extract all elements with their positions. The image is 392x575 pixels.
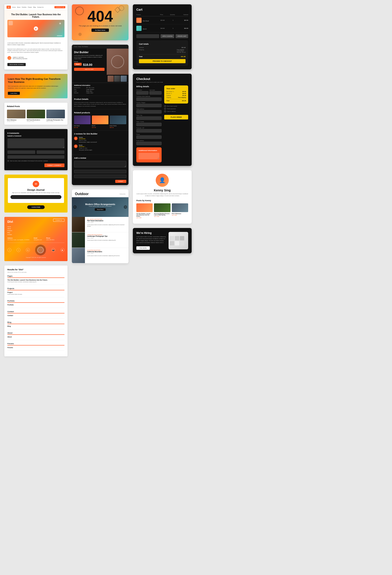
- add-to-cart-button[interactable]: ADD TO CART: [74, 68, 105, 71]
- nav-about[interactable]: About: [17, 6, 21, 8]
- social-icon-1[interactable]: f: [7, 248, 11, 252]
- nav-contact[interactable]: Contact Us: [37, 6, 44, 8]
- nav-blog[interactable]: Blog: [33, 6, 36, 8]
- search-result-title[interactable]: Contact: [7, 315, 65, 316]
- comment-textarea[interactable]: [7, 138, 65, 148]
- footer-link-home[interactable]: Home: [7, 226, 65, 227]
- outdoor-post-info-3: CALIFORNIA MOUNTAINS California Mountain…: [85, 248, 122, 263]
- search-result-item: The Divi Builder. Launch Your Business I…: [7, 279, 65, 285]
- comment-name-input[interactable]: [7, 150, 35, 154]
- nav-contact-btn[interactable]: CONTACT US: [54, 6, 65, 8]
- social-icon-2[interactable]: t: [17, 248, 21, 252]
- footer-link-blog[interactable]: Blog: [7, 232, 65, 233]
- social-icon-4[interactable]: 📷: [51, 248, 55, 252]
- shipping-option-3[interactable]: Flat rate: $10.00: [177, 52, 186, 53]
- search-result-title[interactable]: Forums: [7, 347, 65, 348]
- product-thumb-2[interactable]: [114, 76, 120, 82]
- search-result-title[interactable]: Blog: [7, 325, 65, 327]
- related-title-2[interactable]: Fall Travel Destinations: [27, 119, 45, 120]
- payment-radio-3[interactable]: [164, 111, 166, 112]
- author-post-1[interactable]: The Divi Builder. Launch Your Business I…: [136, 203, 153, 218]
- footer-link-contact[interactable]: Contact: [7, 234, 65, 235]
- payment-radio-1[interactable]: [164, 105, 166, 107]
- related-product-1[interactable]: Divi Cloud $24.99: [74, 116, 91, 128]
- search-result-title[interactable]: About: [7, 336, 65, 338]
- social-icon-5[interactable]: ▶: [61, 248, 65, 252]
- cart-item-subtotal-1: $24.99: [179, 20, 188, 21]
- detail-label-material: Material: [74, 92, 85, 94]
- search-section-forums: Forums Forums: [7, 343, 65, 351]
- coupon-input[interactable]: [136, 34, 159, 38]
- breadcrumb-text: Home / Shop / Divi Builder: [74, 46, 88, 47]
- author-row: JAMES H. WATSON SEO & Marketing Speciali…: [4, 54, 67, 62]
- country-input[interactable]: [136, 104, 162, 107]
- hiring-find-more-button[interactable]: FIND MORE: [136, 246, 150, 250]
- play-button[interactable]: ▶: [34, 26, 38, 31]
- apply-coupon-button[interactable]: APPLY COUPON: [160, 34, 174, 38]
- author-post-2[interactable]: Stunning Wedding Dresses Lace in 2022 Sp…: [154, 203, 170, 218]
- nav-portfolio[interactable]: Portfolio: [22, 6, 26, 8]
- address-input[interactable]: [136, 110, 162, 114]
- update-cart-button[interactable]: UPDATE CART: [175, 34, 188, 38]
- product-thumb-1[interactable]: [108, 76, 114, 82]
- outdoor-post-title-2[interactable]: Landscape Photograph Tips: [87, 235, 116, 237]
- posts-by-title: Posts by Kenny: [136, 199, 188, 202]
- checkout-notice[interactable]: Have a coupon? Click here to enter your …: [136, 81, 188, 83]
- related-title-3[interactable]: Landscape Photography Tips: [46, 119, 65, 120]
- 404-home-button[interactable]: Go Back Home: [91, 28, 109, 32]
- related-prod-thumb-3: [110, 116, 126, 124]
- comment-checkbox[interactable]: [7, 160, 9, 162]
- footer-contact-button[interactable]: Contact Us: [53, 219, 65, 222]
- review-submit-button[interactable]: SUBMIT: [115, 180, 126, 183]
- footer-copyright: Copyright © 2021 Divi. All rights reserv…: [7, 257, 65, 258]
- comment-email-input[interactable]: [37, 150, 65, 154]
- additional-info-textarea[interactable]: [138, 153, 159, 159]
- outdoor-post-title-1[interactable]: Fall Travel Information: [87, 220, 126, 221]
- outdoor-subscribe[interactable]: Subscribe: [120, 193, 126, 195]
- review-email-input[interactable]: [74, 175, 126, 178]
- cart-footer-actions: APPLY COUPON UPDATE CART: [136, 34, 188, 38]
- footer-logo-circle: [37, 247, 44, 253]
- state-input[interactable]: [136, 123, 162, 126]
- city-label: Town / City: [136, 115, 162, 116]
- related-product-3[interactable]: Extra Theme $89.00: [110, 116, 126, 128]
- social-icon-3[interactable]: in: [26, 248, 30, 252]
- search-result-title[interactable]: The Divi Builder. Launch Your Business I…: [7, 279, 65, 281]
- search-result-title[interactable]: Project: [7, 292, 65, 293]
- slider-next-arrow[interactable]: ›: [124, 205, 127, 209]
- cart-item-qty-1[interactable]: 1: [169, 20, 178, 21]
- city-input[interactable]: [136, 116, 162, 120]
- newsletter-email-input[interactable]: [10, 195, 61, 199]
- phone-input[interactable]: [136, 135, 162, 139]
- newsletter-subscribe-button[interactable]: SUBSCRIBE: [27, 205, 45, 209]
- place-order-button[interactable]: PLACE ORDER: [164, 115, 188, 120]
- slider-prev-arrow[interactable]: ‹: [73, 205, 77, 209]
- product-thumb-3[interactable]: [121, 76, 127, 82]
- slider-readmore-button[interactable]: Read More: [95, 208, 106, 211]
- author-post-3[interactable]: Diver Hideaways Jan 5, 2022: [172, 203, 188, 218]
- company-input[interactable]: [136, 97, 162, 101]
- cart-item-qty-2[interactable]: 1: [169, 28, 178, 29]
- review-name-input[interactable]: [74, 170, 126, 173]
- related-product-2[interactable]: Divi AI $16.99: [92, 116, 109, 128]
- last-name-input[interactable]: [149, 91, 162, 95]
- nav-project[interactable]: Project: [28, 6, 32, 8]
- related-title-1[interactable]: Diver Hideaways: [7, 119, 25, 120]
- cta-button[interactable]: Learn More: [8, 92, 20, 95]
- postcode-input[interactable]: [136, 129, 162, 133]
- first-name-input[interactable]: [136, 91, 149, 95]
- review-2: S Sarah ★★★★☆ October 22, 2022 Very good…: [74, 144, 126, 151]
- review-textarea[interactable]: [74, 161, 126, 168]
- search-result-title[interactable]: Portfolio: [7, 304, 65, 306]
- column-2: 404 The page you are looking for is brok…: [72, 4, 129, 263]
- outdoor-post-title-3[interactable]: California Mountains: [87, 251, 120, 252]
- read-more-button[interactable]: READ MORE STORIES: [7, 63, 26, 66]
- proceed-checkout-button[interactable]: PROCEED TO CHECKOUT: [139, 59, 186, 63]
- payment-radio-2[interactable]: [164, 108, 166, 110]
- footer-link-projects[interactable]: Projects: [7, 230, 65, 231]
- footer-link-about[interactable]: About: [7, 228, 65, 229]
- nav-home[interactable]: Home: [12, 6, 16, 8]
- comment-website-input[interactable]: [7, 155, 65, 159]
- email-input[interactable]: [136, 142, 162, 145]
- comment-submit-button[interactable]: SUBMIT COMMENT: [44, 164, 65, 167]
